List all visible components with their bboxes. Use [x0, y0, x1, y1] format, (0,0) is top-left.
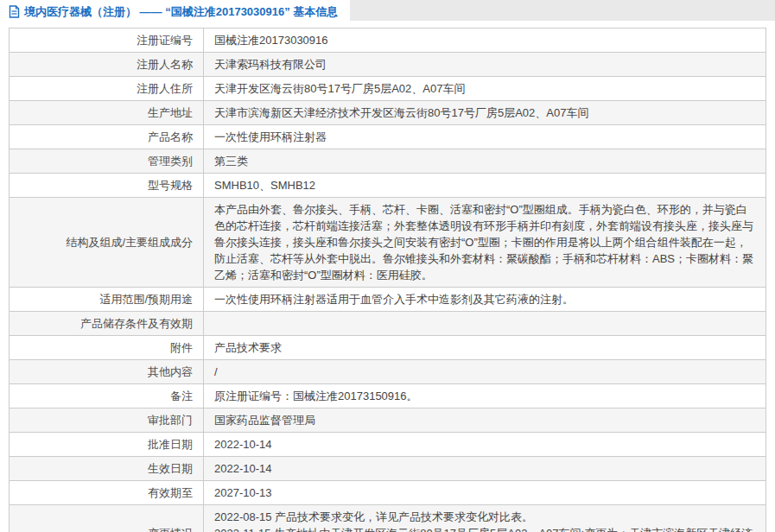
row-value: 产品技术要求 [204, 336, 766, 360]
table-row: 结构及组成/主要组成成分本产品由外套、鲁尔接头、手柄、芯杆、卡圈、活塞和密封“O… [10, 198, 766, 288]
table-row: 变更情况2022-08-15 产品技术要求变化，详见产品技术要求变化对比表。 2… [10, 505, 766, 532]
row-value: 本产品由外套、鲁尔接头、手柄、芯杆、卡圈、活塞和密封“O”型圈组成。手柄为瓷白色… [204, 198, 766, 288]
row-value: SMHB10、SMHB12 [204, 174, 766, 198]
row-label: 有效期至 [10, 481, 204, 505]
table-row: 注册证编号国械注准20173030916 [10, 28, 766, 53]
row-label: 产品名称 [10, 125, 204, 149]
row-label: 注册人住所 [10, 77, 204, 101]
row-value: 国家药品监督管理局 [204, 408, 766, 433]
page-title-wrap: 境内医疗器械（注册） —— “国械注准20173030916” 基本信息 [0, 0, 350, 23]
row-value: 天津索玛科技有限公司 [204, 53, 766, 77]
registration-info-table: 注册证编号国械注准20173030916注册人名称天津索玛科技有限公司注册人住所… [9, 28, 766, 532]
row-label: 管理类别 [10, 149, 204, 174]
row-value: 天津市滨海新区天津经济技术开发区海云街80号17号厂房5层A02、A07车间 [204, 101, 766, 125]
table-row: 有效期至2027-10-13 [10, 481, 766, 505]
table-row: 管理类别第三类 [10, 149, 766, 174]
table-row: 产品储存条件及有效期 [10, 312, 766, 336]
row-label: 批准日期 [10, 433, 204, 457]
row-value: 2027-10-13 [204, 481, 766, 505]
row-label: 备注 [10, 384, 204, 408]
row-value: 第三类 [204, 149, 766, 174]
row-label: 变更情况 [10, 505, 204, 532]
table-row: 其他内容/ [10, 360, 766, 384]
row-label: 注册证编号 [10, 28, 204, 53]
row-label: 生效日期 [10, 457, 204, 481]
row-label: 适用范围/预期用途 [10, 288, 204, 312]
table-row: 产品名称一次性使用环柄注射器 [10, 125, 766, 149]
table-row: 审批部门国家药品监督管理局 [10, 408, 766, 433]
row-value: 2022-10-14 [204, 457, 766, 481]
table-row: 批准日期2022-10-14 [10, 433, 766, 457]
table-row: 适用范围/预期用途一次性使用环柄注射器适用于血管介入手术中造影剂及其它药液的注射… [10, 288, 766, 312]
row-label: 其他内容 [10, 360, 204, 384]
row-value: 2022-10-14 [204, 433, 766, 457]
row-value: 原注册证编号：国械注准20173150916。 [204, 384, 766, 408]
info-table-body: 注册证编号国械注准20173030916注册人名称天津索玛科技有限公司注册人住所… [10, 28, 766, 532]
table-row: 生产地址天津市滨海新区天津经济技术开发区海云街80号17号厂房5层A02、A07… [10, 101, 766, 125]
table-row: 注册人名称天津索玛科技有限公司 [10, 53, 766, 77]
table-wrap: 注册证编号国械注准20173030916注册人名称天津索玛科技有限公司注册人住所… [9, 28, 766, 532]
header-bar: 境内医疗器械（注册） —— “国械注准20173030916” 基本信息 [0, 0, 775, 23]
row-label: 产品储存条件及有效期 [10, 312, 204, 336]
row-value [204, 312, 766, 336]
table-row: 附件产品技术要求 [10, 336, 766, 360]
row-value: 2022-08-15 产品技术要求变化，详见产品技术要求变化对比表。 2023-… [204, 505, 766, 532]
row-label: 结构及组成/主要组成成分 [10, 198, 204, 288]
row-label: 注册人名称 [10, 53, 204, 77]
row-value: 一次性使用环柄注射器适用于血管介入手术中造影剂及其它药液的注射。 [204, 288, 766, 312]
row-value: 一次性使用环柄注射器 [204, 125, 766, 149]
row-value: 天津开发区海云街80号17号厂房5层A02、A07车间 [204, 77, 766, 101]
table-row: 生效日期2022-10-14 [10, 457, 766, 481]
page-title: 境内医疗器械（注册） —— “国械注准20173030916” 基本信息 [24, 4, 338, 20]
row-label: 审批部门 [10, 408, 204, 433]
row-value: 国械注准20173030916 [204, 28, 766, 53]
document-icon [9, 5, 20, 18]
table-row: 型号规格SMHB10、SMHB12 [10, 174, 766, 198]
row-label: 生产地址 [10, 101, 204, 125]
row-value: / [204, 360, 766, 384]
table-row: 备注原注册证编号：国械注准20173150916。 [10, 384, 766, 408]
page: 境内医疗器械（注册） —— “国械注准20173030916” 基本信息 注册证… [0, 0, 775, 532]
table-row: 注册人住所天津开发区海云街80号17号厂房5层A02、A07车间 [10, 77, 766, 101]
header-filler [350, 0, 775, 21]
row-label: 型号规格 [10, 174, 204, 198]
row-label: 附件 [10, 336, 204, 360]
